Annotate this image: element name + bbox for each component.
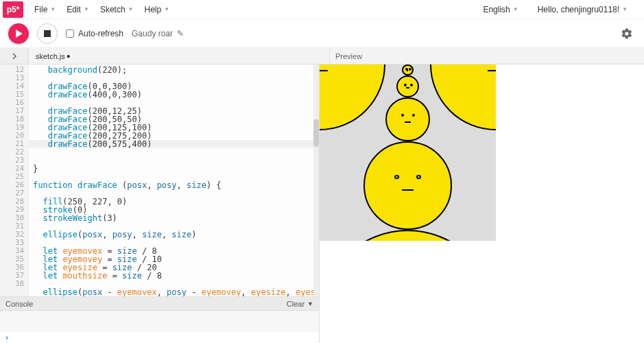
preview-eye xyxy=(410,84,413,86)
play-button[interactable] xyxy=(8,23,29,44)
console-input-row[interactable]: › xyxy=(0,331,319,343)
menu-sketch[interactable]: Sketch▼ xyxy=(95,0,139,19)
stop-button[interactable] xyxy=(37,23,58,44)
preview-face xyxy=(430,64,496,130)
menu-label: Sketch xyxy=(100,5,126,14)
file-tab-sketch[interactable]: sketch.js ● xyxy=(29,48,77,64)
project-name-text: Gaudy roar xyxy=(132,29,173,38)
play-icon xyxy=(15,29,23,38)
canvas-wrapper xyxy=(320,64,496,241)
stop-icon xyxy=(44,30,51,37)
auto-refresh-label: Auto-refresh xyxy=(78,29,123,38)
console-title: Console xyxy=(5,300,33,308)
code-line[interactable]: } xyxy=(33,164,38,174)
user-menu[interactable]: Hello, chenjingru0118! ▼ xyxy=(532,0,633,19)
menu-label: Help xyxy=(144,5,161,14)
preview-mouth xyxy=(406,87,409,88)
code-line[interactable]: drawFace(200,575,400) xyxy=(29,140,319,148)
edit-icon: ✎ xyxy=(177,29,184,38)
console-panel: Console Clear ▼ › xyxy=(0,296,319,343)
toolbar: Auto-refresh Gaudy roar ✎ xyxy=(0,19,644,48)
menu-label: File xyxy=(34,5,47,14)
code-line[interactable]: strokeWeight(3) xyxy=(33,213,117,223)
preview-face xyxy=(396,75,418,97)
preview-mouth xyxy=(402,189,413,191)
code-line[interactable]: drawFace(400,0,300) xyxy=(33,90,142,99)
menu-file[interactable]: File▼ xyxy=(29,0,61,19)
preview-eye xyxy=(394,175,398,179)
console-clear-button[interactable]: Clear ▼ xyxy=(287,300,313,308)
gear-icon xyxy=(621,27,633,40)
editor-pane: 1213141516171819202122232425262728293031… xyxy=(0,64,320,343)
chevron-down-icon: ▼ xyxy=(513,6,518,12)
preview-mouth xyxy=(407,70,408,71)
line-number: 38 xyxy=(1,280,24,288)
project-name[interactable]: Gaudy roar ✎ xyxy=(132,29,184,38)
main-split: 1213141516171819202122232425262728293031… xyxy=(0,64,644,343)
language-menu[interactable]: English ▼ xyxy=(477,0,523,19)
preview-face xyxy=(320,64,385,130)
auto-refresh-toggle[interactable]: Auto-refresh xyxy=(66,29,123,38)
console-body xyxy=(0,311,319,331)
auto-refresh-checkbox[interactable] xyxy=(66,29,74,38)
preview-mouth xyxy=(405,121,410,123)
code-editor[interactable]: 1213141516171819202122232425262728293031… xyxy=(0,64,319,296)
preview-eye xyxy=(416,175,420,179)
sidebar-toggle[interactable] xyxy=(0,48,29,64)
preview-pane xyxy=(320,64,644,343)
settings-button[interactable] xyxy=(618,25,636,43)
modified-indicator: ● xyxy=(67,52,71,60)
code-line[interactable]: ellipse(posx - eyemovex, posy - eyemovey… xyxy=(33,287,319,296)
preview-label: Preview xyxy=(329,48,644,64)
chevron-down-icon: ▼ xyxy=(164,6,169,12)
p5-logo: p5* xyxy=(3,1,23,18)
preview-eye xyxy=(409,68,412,71)
menu-help[interactable]: Help▼ xyxy=(139,0,175,19)
code-line[interactable]: function drawFace (posx, posy, size) { xyxy=(33,180,222,190)
chevron-down-icon: ▼ xyxy=(128,6,134,12)
code-line[interactable]: let mouthsize = size / 8 xyxy=(33,271,162,281)
console-clear-label: Clear xyxy=(287,300,305,308)
file-tab-row: sketch.js ● Preview xyxy=(0,48,644,64)
preview-mouth xyxy=(488,70,496,71)
scrollbar-track[interactable] xyxy=(313,64,319,296)
code-line[interactable]: background(220); xyxy=(33,65,127,75)
chevron-down-icon: ▼ xyxy=(622,6,628,12)
preview-canvas xyxy=(320,64,496,241)
preview-mouth xyxy=(320,70,328,71)
menu-edit[interactable]: Edit▼ xyxy=(61,0,95,19)
chevron-down-icon: ▼ xyxy=(50,6,56,12)
gutter: 1213141516171819202122232425262728293031… xyxy=(0,64,29,296)
scrollbar-thumb[interactable] xyxy=(313,119,319,147)
chevron-down-icon: ▼ xyxy=(307,300,313,307)
user-greeting: Hello, chenjingru0118! xyxy=(538,5,619,14)
preview-face xyxy=(363,141,452,230)
file-tab-name: sketch.js xyxy=(36,52,65,60)
console-header: Console Clear ▼ xyxy=(0,297,319,311)
chevron-right-icon xyxy=(11,53,18,60)
chevron-right-icon: › xyxy=(5,333,8,342)
language-label: English xyxy=(483,5,510,14)
chevron-down-icon: ▼ xyxy=(84,6,89,12)
preview-face xyxy=(320,230,496,241)
menubar: p5* File▼Edit▼Sketch▼Help▼ English ▼ Hel… xyxy=(0,0,644,19)
menu-label: Edit xyxy=(67,5,81,14)
code-line[interactable]: ellipse(posx, posy, size, size) xyxy=(33,230,196,239)
preview-face xyxy=(385,97,429,141)
code-body[interactable]: background(220); drawFace(0,0,300) drawF… xyxy=(29,64,319,296)
